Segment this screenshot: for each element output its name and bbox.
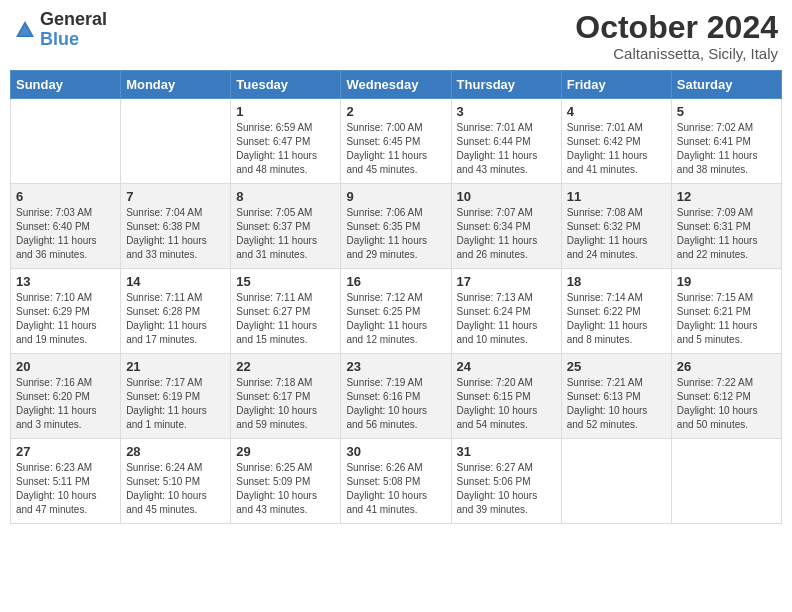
day-number: 20 (16, 359, 115, 374)
day-info: Sunrise: 6:27 AM Sunset: 5:06 PM Dayligh… (457, 461, 556, 517)
day-number: 1 (236, 104, 335, 119)
day-info: Sunrise: 7:20 AM Sunset: 6:15 PM Dayligh… (457, 376, 556, 432)
day-number: 17 (457, 274, 556, 289)
calendar-cell: 14Sunrise: 7:11 AM Sunset: 6:28 PM Dayli… (121, 269, 231, 354)
day-info: Sunrise: 6:25 AM Sunset: 5:09 PM Dayligh… (236, 461, 335, 517)
day-info: Sunrise: 7:13 AM Sunset: 6:24 PM Dayligh… (457, 291, 556, 347)
calendar-cell: 30Sunrise: 6:26 AM Sunset: 5:08 PM Dayli… (341, 439, 451, 524)
weekday-header-tuesday: Tuesday (231, 71, 341, 99)
calendar-cell: 2Sunrise: 7:00 AM Sunset: 6:45 PM Daylig… (341, 99, 451, 184)
day-info: Sunrise: 7:18 AM Sunset: 6:17 PM Dayligh… (236, 376, 335, 432)
day-number: 15 (236, 274, 335, 289)
day-info: Sunrise: 7:01 AM Sunset: 6:44 PM Dayligh… (457, 121, 556, 177)
calendar-cell: 15Sunrise: 7:11 AM Sunset: 6:27 PM Dayli… (231, 269, 341, 354)
day-info: Sunrise: 7:12 AM Sunset: 6:25 PM Dayligh… (346, 291, 445, 347)
day-info: Sunrise: 7:10 AM Sunset: 6:29 PM Dayligh… (16, 291, 115, 347)
day-info: Sunrise: 7:00 AM Sunset: 6:45 PM Dayligh… (346, 121, 445, 177)
day-info: Sunrise: 7:09 AM Sunset: 6:31 PM Dayligh… (677, 206, 776, 262)
day-number: 22 (236, 359, 335, 374)
day-number: 23 (346, 359, 445, 374)
day-info: Sunrise: 7:16 AM Sunset: 6:20 PM Dayligh… (16, 376, 115, 432)
day-info: Sunrise: 7:04 AM Sunset: 6:38 PM Dayligh… (126, 206, 225, 262)
calendar-cell: 7Sunrise: 7:04 AM Sunset: 6:38 PM Daylig… (121, 184, 231, 269)
logo-text: General Blue (40, 10, 107, 50)
day-number: 13 (16, 274, 115, 289)
day-number: 11 (567, 189, 666, 204)
day-number: 18 (567, 274, 666, 289)
day-number: 21 (126, 359, 225, 374)
calendar-cell (11, 99, 121, 184)
calendar-cell: 23Sunrise: 7:19 AM Sunset: 6:16 PM Dayli… (341, 354, 451, 439)
calendar-cell: 1Sunrise: 6:59 AM Sunset: 6:47 PM Daylig… (231, 99, 341, 184)
day-number: 4 (567, 104, 666, 119)
calendar-cell: 17Sunrise: 7:13 AM Sunset: 6:24 PM Dayli… (451, 269, 561, 354)
day-info: Sunrise: 7:15 AM Sunset: 6:21 PM Dayligh… (677, 291, 776, 347)
calendar-cell: 5Sunrise: 7:02 AM Sunset: 6:41 PM Daylig… (671, 99, 781, 184)
day-number: 14 (126, 274, 225, 289)
calendar-cell: 27Sunrise: 6:23 AM Sunset: 5:11 PM Dayli… (11, 439, 121, 524)
calendar-cell: 11Sunrise: 7:08 AM Sunset: 6:32 PM Dayli… (561, 184, 671, 269)
week-row-5: 27Sunrise: 6:23 AM Sunset: 5:11 PM Dayli… (11, 439, 782, 524)
logo-icon (14, 19, 36, 41)
day-number: 29 (236, 444, 335, 459)
day-number: 12 (677, 189, 776, 204)
page-header: General Blue October 2024 Caltanissetta,… (10, 10, 782, 62)
calendar-cell: 29Sunrise: 6:25 AM Sunset: 5:09 PM Dayli… (231, 439, 341, 524)
day-number: 31 (457, 444, 556, 459)
day-number: 30 (346, 444, 445, 459)
calendar-cell: 21Sunrise: 7:17 AM Sunset: 6:19 PM Dayli… (121, 354, 231, 439)
weekday-header-thursday: Thursday (451, 71, 561, 99)
calendar-cell (671, 439, 781, 524)
day-info: Sunrise: 7:03 AM Sunset: 6:40 PM Dayligh… (16, 206, 115, 262)
weekday-header-wednesday: Wednesday (341, 71, 451, 99)
day-number: 25 (567, 359, 666, 374)
day-number: 9 (346, 189, 445, 204)
day-number: 6 (16, 189, 115, 204)
day-info: Sunrise: 7:22 AM Sunset: 6:12 PM Dayligh… (677, 376, 776, 432)
day-info: Sunrise: 7:01 AM Sunset: 6:42 PM Dayligh… (567, 121, 666, 177)
week-row-4: 20Sunrise: 7:16 AM Sunset: 6:20 PM Dayli… (11, 354, 782, 439)
day-info: Sunrise: 7:02 AM Sunset: 6:41 PM Dayligh… (677, 121, 776, 177)
calendar-cell: 22Sunrise: 7:18 AM Sunset: 6:17 PM Dayli… (231, 354, 341, 439)
calendar-cell: 9Sunrise: 7:06 AM Sunset: 6:35 PM Daylig… (341, 184, 451, 269)
day-info: Sunrise: 6:26 AM Sunset: 5:08 PM Dayligh… (346, 461, 445, 517)
day-number: 3 (457, 104, 556, 119)
calendar-cell: 24Sunrise: 7:20 AM Sunset: 6:15 PM Dayli… (451, 354, 561, 439)
day-info: Sunrise: 7:11 AM Sunset: 6:28 PM Dayligh… (126, 291, 225, 347)
day-info: Sunrise: 6:23 AM Sunset: 5:11 PM Dayligh… (16, 461, 115, 517)
day-info: Sunrise: 7:05 AM Sunset: 6:37 PM Dayligh… (236, 206, 335, 262)
calendar-cell: 31Sunrise: 6:27 AM Sunset: 5:06 PM Dayli… (451, 439, 561, 524)
week-row-2: 6Sunrise: 7:03 AM Sunset: 6:40 PM Daylig… (11, 184, 782, 269)
title-section: October 2024 Caltanissetta, Sicily, Ital… (575, 10, 778, 62)
logo: General Blue (14, 10, 107, 50)
weekday-header-row: SundayMondayTuesdayWednesdayThursdayFrid… (11, 71, 782, 99)
day-info: Sunrise: 7:14 AM Sunset: 6:22 PM Dayligh… (567, 291, 666, 347)
weekday-header-friday: Friday (561, 71, 671, 99)
location-subtitle: Caltanissetta, Sicily, Italy (575, 45, 778, 62)
weekday-header-monday: Monday (121, 71, 231, 99)
day-info: Sunrise: 7:06 AM Sunset: 6:35 PM Dayligh… (346, 206, 445, 262)
week-row-3: 13Sunrise: 7:10 AM Sunset: 6:29 PM Dayli… (11, 269, 782, 354)
day-info: Sunrise: 7:17 AM Sunset: 6:19 PM Dayligh… (126, 376, 225, 432)
calendar-cell: 4Sunrise: 7:01 AM Sunset: 6:42 PM Daylig… (561, 99, 671, 184)
day-info: Sunrise: 7:07 AM Sunset: 6:34 PM Dayligh… (457, 206, 556, 262)
day-number: 26 (677, 359, 776, 374)
day-number: 7 (126, 189, 225, 204)
calendar-cell: 10Sunrise: 7:07 AM Sunset: 6:34 PM Dayli… (451, 184, 561, 269)
calendar-table: SundayMondayTuesdayWednesdayThursdayFrid… (10, 70, 782, 524)
calendar-cell: 19Sunrise: 7:15 AM Sunset: 6:21 PM Dayli… (671, 269, 781, 354)
day-info: Sunrise: 6:24 AM Sunset: 5:10 PM Dayligh… (126, 461, 225, 517)
day-info: Sunrise: 7:21 AM Sunset: 6:13 PM Dayligh… (567, 376, 666, 432)
calendar-cell: 20Sunrise: 7:16 AM Sunset: 6:20 PM Dayli… (11, 354, 121, 439)
day-number: 16 (346, 274, 445, 289)
calendar-cell: 25Sunrise: 7:21 AM Sunset: 6:13 PM Dayli… (561, 354, 671, 439)
calendar-cell: 6Sunrise: 7:03 AM Sunset: 6:40 PM Daylig… (11, 184, 121, 269)
day-number: 19 (677, 274, 776, 289)
week-row-1: 1Sunrise: 6:59 AM Sunset: 6:47 PM Daylig… (11, 99, 782, 184)
calendar-cell: 13Sunrise: 7:10 AM Sunset: 6:29 PM Dayli… (11, 269, 121, 354)
calendar-cell: 12Sunrise: 7:09 AM Sunset: 6:31 PM Dayli… (671, 184, 781, 269)
day-number: 2 (346, 104, 445, 119)
day-info: Sunrise: 7:08 AM Sunset: 6:32 PM Dayligh… (567, 206, 666, 262)
day-info: Sunrise: 7:11 AM Sunset: 6:27 PM Dayligh… (236, 291, 335, 347)
day-info: Sunrise: 6:59 AM Sunset: 6:47 PM Dayligh… (236, 121, 335, 177)
